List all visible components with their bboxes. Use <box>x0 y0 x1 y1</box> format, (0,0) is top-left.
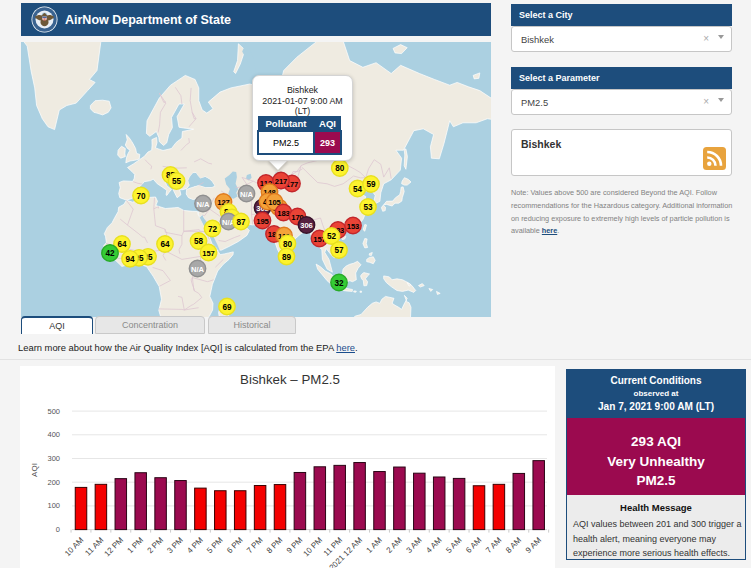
svg-text:400: 400 <box>47 430 60 439</box>
svg-text:157: 157 <box>202 249 215 258</box>
svg-text:58: 58 <box>194 237 204 246</box>
svg-text:94: 94 <box>125 255 135 264</box>
svg-text:54: 54 <box>353 185 363 194</box>
svg-text:0: 0 <box>56 525 60 534</box>
svg-text:183: 183 <box>277 209 290 218</box>
svg-text:N/A: N/A <box>196 200 210 209</box>
svg-text:57: 57 <box>334 246 344 255</box>
svg-text:42: 42 <box>105 249 115 258</box>
svg-text:306: 306 <box>300 221 313 230</box>
svg-text:72: 72 <box>208 225 218 234</box>
svg-text:200: 200 <box>47 478 60 487</box>
svg-text:32: 32 <box>334 279 344 288</box>
svg-text:52: 52 <box>327 232 337 241</box>
svg-text:69: 69 <box>222 303 232 312</box>
svg-text:300: 300 <box>47 454 60 463</box>
svg-text:53: 53 <box>363 203 373 212</box>
svg-text:217: 217 <box>275 177 288 186</box>
svg-text:55: 55 <box>172 177 182 186</box>
svg-text:N/A: N/A <box>240 190 254 199</box>
svg-text:80: 80 <box>283 240 293 249</box>
svg-text:195: 195 <box>256 217 269 226</box>
svg-text:70: 70 <box>136 192 146 201</box>
svg-text:64: 64 <box>117 240 127 249</box>
svg-text:Bishkek – PM2.5: Bishkek – PM2.5 <box>240 372 340 387</box>
svg-text:N/A: N/A <box>191 265 205 274</box>
svg-text:64: 64 <box>160 240 170 249</box>
svg-text:87: 87 <box>236 218 246 227</box>
svg-text:100: 100 <box>47 501 60 510</box>
svg-text:80: 80 <box>335 164 345 173</box>
svg-text:59: 59 <box>366 180 376 189</box>
svg-text:153: 153 <box>347 222 360 231</box>
svg-text:89: 89 <box>282 253 292 262</box>
svg-text:500: 500 <box>47 407 60 416</box>
svg-text:AQI: AQI <box>30 463 39 477</box>
